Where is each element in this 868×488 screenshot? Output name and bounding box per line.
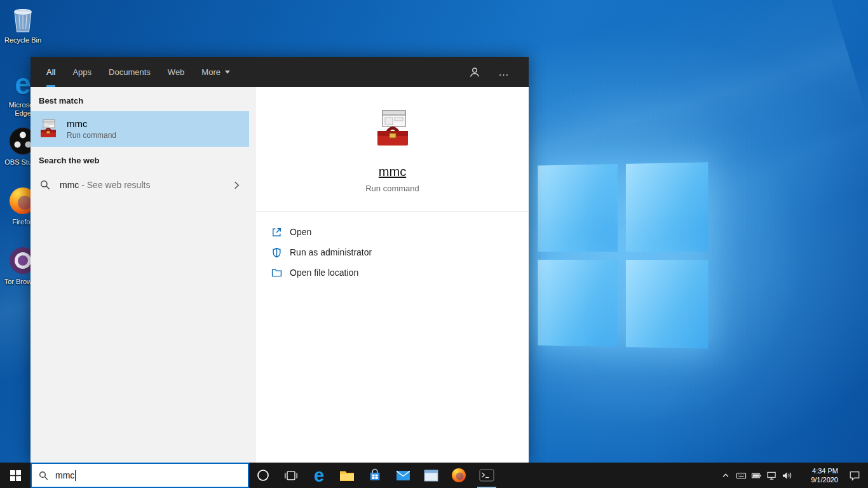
taskbar: mmc e [0,463,868,488]
windows-start-icon [10,470,21,481]
chevron-up-icon [721,471,730,480]
task-view-icon [284,470,298,481]
windows-logo-pane [538,259,617,346]
search-flyout: All Apps Documents Web More [31,57,529,463]
search-icon [40,180,50,190]
desktop-icon-label: Recycle Bin [1,36,44,44]
battery-icon [751,471,762,480]
tab-web-label: Web [168,67,185,77]
tray-keyboard-button[interactable] [733,463,749,488]
mail-icon [396,470,410,481]
folder-icon [271,268,282,278]
search-icon [39,471,48,480]
search-web-header: Search the web [31,147,256,171]
open-icon [271,227,282,238]
preview-subtitle: Run command [256,184,529,193]
web-result-text: mmc - See web results [60,180,150,190]
chevron-down-icon [225,71,230,74]
microsoft-store-icon [368,468,382,482]
taskbar-mail-button[interactable] [389,463,417,488]
desktop-icon-recycle-bin[interactable]: Recycle Bin [0,5,46,44]
taskbar-spacer [501,463,718,488]
search-preview-pane: mmc Run command Open [256,87,529,463]
result-mmc[interactable]: mmc Run command [31,111,249,147]
search-header-actions: … [469,57,529,87]
cortana-icon [257,469,269,482]
firefox-icon [451,468,466,483]
recycle-bin-icon [9,5,37,33]
tab-documents-label: Documents [109,67,151,77]
action-label: Open [290,227,311,237]
search-filter-tabs: All Apps Documents Web More [31,57,529,87]
more-options-icon[interactable]: … [498,69,510,76]
tray-clock[interactable]: 4:34 PM 9/1/2020 [794,463,841,488]
taskbar-search-input[interactable]: mmc [55,470,74,480]
keyboard-icon [736,471,747,480]
windows-logo-pane [625,260,708,349]
screen: Recycle Bin e Microsoft Edge OBS Studio [0,0,868,488]
task-view-button[interactable] [277,463,305,488]
action-label: Open file location [290,268,358,278]
action-run-as-administrator[interactable]: Run as administrator [271,242,529,262]
tab-apps-label: Apps [72,67,92,77]
action-open[interactable]: Open [271,222,529,242]
tab-web[interactable]: Web [168,57,185,87]
start-button[interactable] [0,463,31,488]
volume-icon [782,471,792,480]
taskbar-command-prompt-button[interactable] [473,463,501,488]
tab-apps[interactable]: Apps [72,57,92,87]
file-explorer-icon [339,469,355,482]
tray-volume-button[interactable] [779,463,794,488]
account-icon[interactable] [469,67,480,78]
shield-icon [271,247,282,258]
tray-battery-button[interactable] [749,463,764,488]
action-center-icon [849,470,860,481]
action-label: Run as administrator [290,247,372,257]
taskbar-firefox-button[interactable] [445,463,473,488]
network-icon [766,471,777,480]
tray-network-button[interactable] [764,463,779,488]
preview-title: mmc [256,165,529,179]
tab-more-label: More [201,67,220,77]
windows-logo-pane [538,164,617,251]
taskbar-store-button[interactable] [361,463,389,488]
taskbar-file-explorer-button[interactable] [333,463,361,488]
taskbar-edge-button[interactable]: e [305,463,333,488]
tab-all-label: All [46,67,55,77]
result-subtitle: Run command [67,131,116,140]
result-title: mmc [67,118,116,129]
tab-more[interactable]: More [201,57,230,87]
divider [256,211,529,212]
taskbar-search-box[interactable]: mmc [31,463,249,488]
tray-show-hidden-icons-button[interactable] [718,463,733,488]
web-result-mmc[interactable]: mmc - See web results [31,171,249,199]
windows-logo [538,162,708,348]
chevron-right-icon[interactable] [232,180,241,190]
action-center-button[interactable] [841,463,868,488]
edge-icon: e [314,466,324,484]
tab-documents[interactable]: Documents [109,57,151,87]
windows-logo-pane [625,162,708,251]
tab-all[interactable]: All [46,57,55,87]
mmc-toolbox-icon [38,119,58,139]
preview-top: mmc Run command [256,87,529,212]
cortana-button[interactable] [249,463,277,488]
preview-actions: Open Run as administrator [271,222,529,283]
text-caret [75,470,76,481]
app-window-icon [424,470,438,482]
taskbar-app-window-button[interactable] [417,463,445,488]
search-results-list: Best match [31,87,256,463]
clock-date: 9/1/2020 [811,475,838,484]
clock-time: 4:34 PM [812,466,838,475]
search-results-body: Best match [31,87,529,463]
best-match-header: Best match [31,87,256,111]
command-prompt-icon [479,469,494,482]
action-open-file-location[interactable]: Open file location [271,262,529,283]
mmc-toolbox-icon-large [372,109,413,149]
